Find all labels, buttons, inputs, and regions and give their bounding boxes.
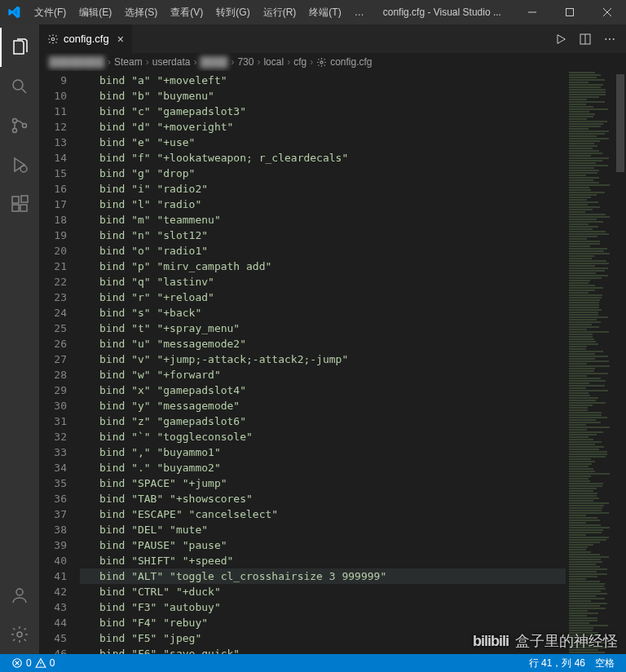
svg-rect-0 bbox=[566, 9, 574, 16]
svg-rect-7 bbox=[12, 205, 19, 211]
breadcrumb-part[interactable]: cfg bbox=[293, 56, 306, 68]
code-editor[interactable]: bind "a" "+moveleft"bind "b" "buymenu"bi… bbox=[80, 71, 566, 654]
gear-icon bbox=[316, 57, 327, 68]
close-button[interactable] bbox=[589, 0, 626, 24]
window-title: config.cfg - Visual Studio ... bbox=[371, 7, 514, 18]
breadcrumb[interactable]: ████████ › Steam › userdata › ████ › 730… bbox=[39, 53, 626, 71]
breadcrumb-part[interactable]: 730 bbox=[237, 56, 253, 68]
chevron-right-icon: › bbox=[193, 56, 196, 68]
breadcrumb-file[interactable]: config.cfg bbox=[330, 56, 372, 68]
svg-point-1 bbox=[13, 80, 23, 90]
settings-gear-icon[interactable] bbox=[0, 615, 39, 654]
tab-config[interactable]: config.cfg × bbox=[39, 24, 133, 53]
split-editor-icon[interactable] bbox=[579, 33, 592, 46]
more-icon[interactable] bbox=[603, 33, 616, 46]
breadcrumb-part[interactable]: userdata bbox=[152, 56, 191, 68]
svg-point-15 bbox=[609, 38, 611, 40]
titlebar: 文件(F) 编辑(E) 选择(S) 查看(V) 转到(G) 运行(R) 终端(T… bbox=[0, 0, 626, 24]
vscode-logo-icon bbox=[7, 5, 21, 20]
chevron-right-icon: › bbox=[287, 56, 290, 68]
status-bar: 0 0 行 41，列 46 空格 bbox=[0, 654, 626, 672]
vertical-scrollbar[interactable] bbox=[615, 71, 626, 654]
source-control-icon[interactable] bbox=[0, 106, 39, 145]
explorer-icon[interactable] bbox=[0, 28, 39, 67]
maximize-button[interactable] bbox=[551, 0, 589, 24]
menu-terminal[interactable]: 终端(T) bbox=[302, 0, 347, 24]
search-icon[interactable] bbox=[0, 67, 39, 106]
menu-goto[interactable]: 转到(G) bbox=[209, 0, 256, 24]
menu-file[interactable]: 文件(F) bbox=[28, 0, 73, 24]
chevron-right-icon: › bbox=[257, 56, 260, 68]
svg-point-12 bbox=[51, 38, 55, 41]
extensions-icon[interactable] bbox=[0, 184, 39, 223]
svg-point-3 bbox=[13, 129, 17, 133]
svg-point-5 bbox=[20, 166, 27, 172]
status-spaces[interactable]: 空格 bbox=[590, 657, 619, 670]
menu-run[interactable]: 运行(R) bbox=[257, 0, 303, 24]
chevron-right-icon: › bbox=[146, 56, 149, 68]
menu-edit[interactable]: 编辑(E) bbox=[73, 0, 118, 24]
breadcrumb-hidden: ████████ bbox=[49, 56, 104, 68]
menu-view[interactable]: 查看(V) bbox=[164, 0, 209, 24]
gear-icon bbox=[47, 33, 59, 45]
breadcrumb-part[interactable]: Steam bbox=[114, 56, 143, 68]
tab-close-icon[interactable]: × bbox=[117, 33, 124, 46]
svg-rect-8 bbox=[20, 205, 27, 211]
account-icon[interactable] bbox=[0, 576, 39, 615]
chevron-right-icon: › bbox=[231, 56, 234, 68]
svg-point-4 bbox=[23, 124, 27, 128]
tab-label: config.cfg bbox=[64, 33, 109, 45]
breadcrumb-hidden: ████ bbox=[200, 56, 227, 68]
minimap[interactable] bbox=[566, 71, 615, 654]
run-debug-icon[interactable] bbox=[0, 145, 39, 184]
tab-bar: config.cfg × bbox=[39, 24, 626, 53]
menu-select[interactable]: 选择(S) bbox=[118, 0, 164, 24]
minimize-button[interactable] bbox=[514, 0, 551, 24]
scrollbar-thumb[interactable] bbox=[616, 74, 624, 172]
status-problems[interactable]: 0 0 bbox=[7, 657, 60, 669]
svg-point-2 bbox=[13, 119, 17, 123]
window-controls bbox=[514, 0, 626, 24]
menu-more[interactable]: … bbox=[348, 0, 371, 24]
svg-point-11 bbox=[17, 632, 22, 637]
line-gutter: 9101112131415161718192021222324252627282… bbox=[39, 71, 80, 654]
breadcrumb-part[interactable]: local bbox=[263, 56, 284, 68]
svg-rect-6 bbox=[12, 197, 19, 203]
run-icon[interactable] bbox=[554, 33, 567, 46]
svg-point-14 bbox=[605, 38, 606, 40]
status-cursor[interactable]: 行 41，列 46 bbox=[524, 657, 590, 670]
menubar: 文件(F) 编辑(E) 选择(S) 查看(V) 转到(G) 运行(R) 终端(T… bbox=[28, 0, 371, 24]
svg-rect-9 bbox=[21, 196, 28, 202]
activity-bar bbox=[0, 24, 39, 654]
svg-point-16 bbox=[613, 38, 615, 40]
svg-point-17 bbox=[320, 60, 323, 63]
svg-point-10 bbox=[16, 589, 23, 595]
chevron-right-icon: › bbox=[310, 56, 313, 68]
chevron-right-icon: › bbox=[108, 56, 111, 68]
